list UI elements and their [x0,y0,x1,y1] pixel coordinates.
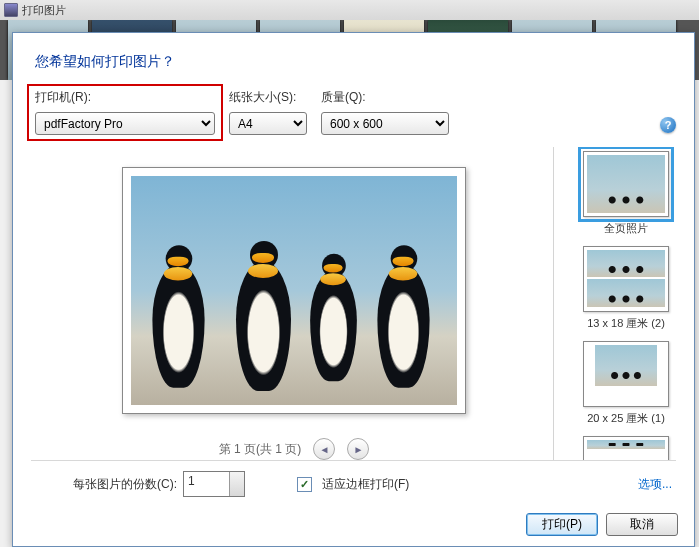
print-button[interactable]: 打印(P) [526,513,598,536]
cancel-button[interactable]: 取消 [606,513,678,536]
options-row: 每张图片的份数(C): 1 ✓ 适应边框打印(F) 选项... [13,461,694,501]
print-dialog: 您希望如何打印图片？ 打印机(R): pdfFactory Pro 纸张大小(S… [12,32,695,547]
copies-spinner[interactable]: 1 [183,471,245,497]
help-icon[interactable]: ? [660,117,676,133]
layout-thumb [583,246,669,312]
pager: 第 1 页(共 1 页) ◄ ► [219,438,370,460]
window-title: 打印图片 [22,3,66,18]
options-link[interactable]: 选项... [638,476,672,493]
quality-select[interactable]: 600 x 600 [321,112,449,135]
preview-image [131,176,457,405]
paper-label: 纸张大小(S): [229,89,307,106]
next-page-button[interactable]: ► [347,438,369,460]
layout-option[interactable]: 13 x 18 厘米 (2) [562,246,690,331]
fit-frame-checkbox[interactable]: ✓ [297,477,312,492]
layout-label: 全页照片 [562,221,690,236]
paper-group: 纸张大小(S): A4 [229,89,307,135]
dialog-buttons: 打印(P) 取消 [13,501,694,546]
page-indicator: 第 1 页(共 1 页) [219,441,302,458]
dialog-header: 您希望如何打印图片？ [13,33,694,79]
printer-select[interactable]: pdfFactory Pro [35,112,215,135]
fit-frame-label: 适应边框打印(F) [322,476,409,493]
layout-label: 13 x 18 厘米 (2) [562,316,690,331]
layout-option[interactable]: 20 x 25 厘米 (1) [562,341,690,426]
quality-label: 质量(Q): [321,89,449,106]
layout-option[interactable]: 全页照片 [562,151,690,236]
layout-label: 20 x 25 厘米 (1) [562,411,690,426]
app-icon [4,3,18,17]
printer-group: 打印机(R): pdfFactory Pro [27,84,223,141]
preview-column: 第 1 页(共 1 页) ◄ ► [35,147,553,460]
layout-thumb [583,151,669,217]
layouts-panel[interactable]: 全页照片13 x 18 厘米 (2)20 x 25 厘米 (1) [553,147,694,460]
print-controls: 打印机(R): pdfFactory Pro 纸张大小(S): A4 质量(Q)… [13,79,694,141]
paper-select[interactable]: A4 [229,112,307,135]
copies-label: 每张图片的份数(C): [73,476,177,493]
layout-thumb [583,341,669,407]
printer-label: 打印机(R): [35,89,215,106]
preview-page [122,167,466,414]
main-area: 第 1 页(共 1 页) ◄ ► 全页照片13 x 18 厘米 (2)20 x … [13,141,694,460]
quality-group: 质量(Q): 600 x 600 [321,89,449,135]
window-titlebar: 打印图片 [0,0,699,21]
prev-page-button[interactable]: ◄ [313,438,335,460]
